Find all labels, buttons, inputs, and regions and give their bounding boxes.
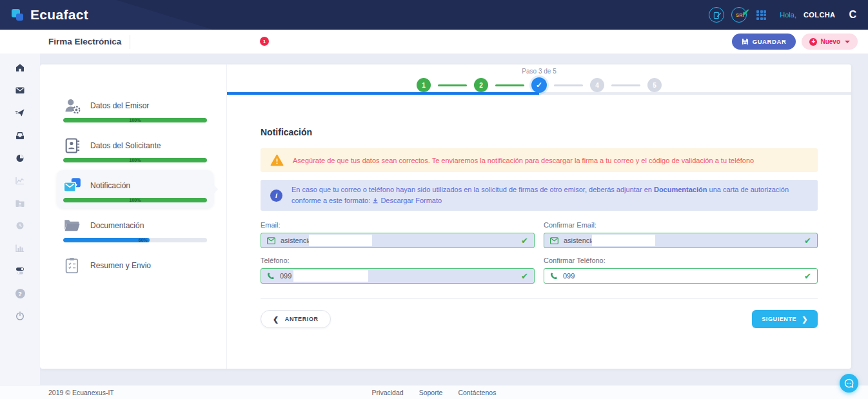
envelope-icon xyxy=(550,237,558,244)
folder-user-icon xyxy=(15,198,25,208)
top-navbar: Ecuafact SRI ✔ Hola, COLCHA C xyxy=(0,0,868,30)
sidebar-toggles-button[interactable] xyxy=(15,266,25,276)
applicant-data-icon xyxy=(63,137,81,155)
chat-bubble-icon xyxy=(843,378,854,389)
edit-document-button[interactable] xyxy=(709,7,724,23)
logo-icon xyxy=(12,8,25,21)
valid-check-icon: ✔ xyxy=(804,237,811,245)
wizard-connector xyxy=(495,84,524,86)
chat-button[interactable] xyxy=(840,374,858,393)
new-label: Nuevo xyxy=(820,38,840,45)
redaction-box xyxy=(592,235,655,246)
page-footer: 2019 © Ecuanexus-IT Privacidad Soporte C… xyxy=(0,385,868,399)
sidebar-folder-button[interactable] xyxy=(15,198,25,208)
summary-icon xyxy=(63,257,81,275)
step-label: Datos del Solicitante xyxy=(90,141,161,150)
valid-check-icon: ✔ xyxy=(521,237,528,245)
brand-name: Ecuafact xyxy=(30,7,88,23)
email-label: Email: xyxy=(261,221,535,229)
save-icon xyxy=(742,38,749,45)
footer-links: Privacidad Soporte Contáctenos xyxy=(372,389,497,396)
confirm-phone-value: 099 xyxy=(563,272,575,280)
privacy-link[interactable]: Privacidad xyxy=(372,389,404,396)
page-title: Firma Electrónica xyxy=(48,37,121,46)
wizard-step-2[interactable]: 2 xyxy=(474,78,488,92)
wizard-step-3-current[interactable]: ✓ xyxy=(531,77,547,93)
chevron-right-icon: ❯ xyxy=(802,316,808,323)
content-panel: Paso 3 de 5 1 2 ✓ 4 5 Notificación xyxy=(227,64,851,369)
phone-icon xyxy=(267,272,275,280)
apps-menu-button[interactable] xyxy=(754,10,769,20)
power-icon xyxy=(15,311,25,321)
toolbar-divider xyxy=(130,35,130,49)
sidebar-inbox-button[interactable] xyxy=(15,130,25,141)
previous-button[interactable]: ❮ ANTERIOR xyxy=(261,310,331,328)
sidebar-logout-button[interactable] xyxy=(15,311,25,321)
email-field: Email: asistencia ✔ xyxy=(261,221,535,248)
clock-icon xyxy=(15,220,25,231)
step-item-notificacion[interactable]: Notificación 100% xyxy=(57,170,213,208)
new-button[interactable]: + Nuevo xyxy=(802,34,858,50)
valid-check-icon: ✔ xyxy=(804,272,811,280)
warning-text: Asegúrate de que tus datos sean correcto… xyxy=(293,157,754,164)
confirm-email-label: Confirmar Email: xyxy=(544,221,818,229)
wizard-stepper: Paso 3 de 5 1 2 ✓ 4 5 xyxy=(227,64,851,92)
phone-icon xyxy=(550,272,558,280)
confirm-email-input[interactable]: asistencia ✔ xyxy=(544,233,818,248)
sidebar-help-button[interactable]: ? xyxy=(15,288,25,298)
chevron-down-icon xyxy=(845,41,850,43)
chevron-left-icon: ❮ xyxy=(273,316,279,323)
sidebar-send-button[interactable] xyxy=(15,108,25,118)
step-item-datos-solicitante[interactable]: Datos del Solicitante 100% xyxy=(57,130,213,168)
emitter-data-icon xyxy=(63,97,81,115)
step-label: Notificación xyxy=(90,181,130,190)
contact-link[interactable]: Contáctenos xyxy=(458,389,496,396)
sidebar-bar-chart-button[interactable] xyxy=(15,243,25,253)
valid-check-icon: ✔ xyxy=(521,272,528,280)
wizard-caption: Paso 3 de 5 xyxy=(507,68,571,75)
wizard-step-5[interactable]: 5 xyxy=(647,78,662,92)
app-root: Ecuafact SRI ✔ Hola, COLCHA C Firma Elec… xyxy=(0,0,868,399)
step-item-documentacion[interactable]: Documentación 60% xyxy=(57,210,213,248)
wizard-connector xyxy=(611,84,640,86)
copyright-text: 2019 © Ecuanexus-IT xyxy=(48,389,114,396)
sidebar-pie-chart-button[interactable] xyxy=(15,153,25,163)
sidebar-line-chart-button[interactable] xyxy=(15,175,25,186)
steps-panel: Datos del Emisor 100% Datos del Solicita… xyxy=(40,64,227,369)
toggles-icon xyxy=(15,266,25,276)
page-toolbar: Firma Electrónica 1 GUARDAR + Nuevo xyxy=(0,30,868,54)
greeting-text: Hola, xyxy=(780,11,796,19)
main-card: Datos del Emisor 100% Datos del Solicita… xyxy=(40,64,851,369)
step-item-datos-emisor[interactable]: Datos del Emisor 100% xyxy=(57,90,213,128)
save-label: GUARDAR xyxy=(753,38,787,45)
username-text[interactable]: COLCHA xyxy=(804,11,835,19)
support-link[interactable]: Soporte xyxy=(419,389,443,396)
email-input[interactable]: asistencia ✔ xyxy=(261,233,535,248)
sidebar-mail-button[interactable] xyxy=(15,85,25,95)
form-divider xyxy=(261,298,818,299)
sidebar-clock-button[interactable] xyxy=(15,220,25,231)
step-progress-bar: 100% xyxy=(63,118,207,122)
inbox-icon xyxy=(15,130,25,141)
sidebar-home-button[interactable] xyxy=(15,63,25,73)
section-heading: Notificación xyxy=(261,127,818,137)
info-bold-text: Documentación xyxy=(654,186,707,193)
confirm-phone-input[interactable]: 099 ✔ xyxy=(544,268,818,284)
step-label: Documentación xyxy=(90,221,144,230)
download-format-link[interactable]: Descargar Formato xyxy=(372,197,442,204)
wizard-step-1[interactable]: 1 xyxy=(417,78,431,92)
step-item-resumen-envio[interactable]: Resumen y Envio xyxy=(57,250,213,288)
next-label: SIGUIENTE xyxy=(762,316,796,322)
home-icon xyxy=(15,63,25,73)
wizard-connector xyxy=(438,84,467,86)
next-button[interactable]: SIGUIENTE ❯ xyxy=(752,310,818,328)
brand-logo[interactable]: Ecuafact xyxy=(12,7,88,23)
avatar[interactable]: C xyxy=(849,9,856,21)
sri-status-button[interactable]: SRI ✔ xyxy=(731,7,747,23)
redaction-box xyxy=(309,235,372,246)
edit-document-icon xyxy=(713,11,722,19)
step-progress-bar: 100% xyxy=(63,158,207,162)
save-button[interactable]: GUARDAR xyxy=(732,34,796,50)
phone-input[interactable]: 099 ✔ xyxy=(261,268,535,284)
wizard-step-4[interactable]: 4 xyxy=(590,78,604,92)
